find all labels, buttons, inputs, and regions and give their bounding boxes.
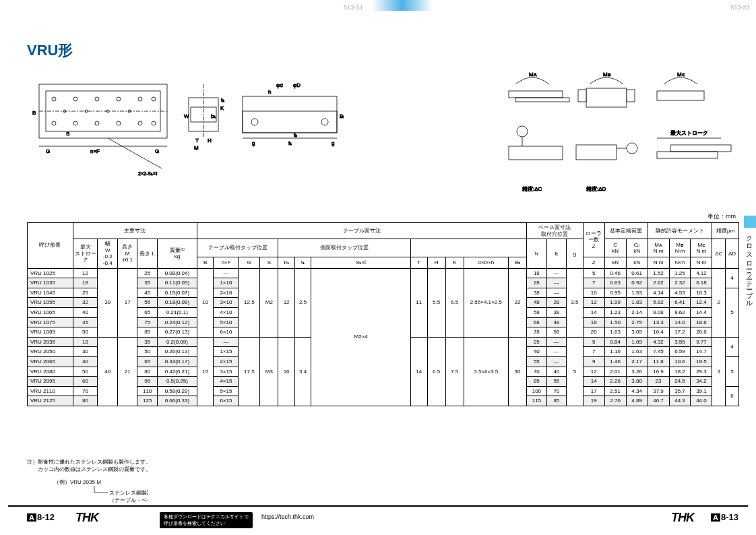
svg-rect-61	[509, 146, 563, 160]
svg-point-11	[95, 121, 99, 125]
svg-point-9	[52, 121, 56, 125]
svg-text:S: S	[66, 131, 69, 137]
svg-text:ステンレス鋼製記号: ステンレス鋼製記号	[109, 490, 148, 496]
logo-left: THK	[75, 511, 98, 525]
svg-text:K: K	[220, 105, 224, 111]
footer: A8-12 THK 各種ダウンロードはテクニカルサイトで 呼び形番を検索してくだ…	[8, 505, 748, 527]
footer-url: https://tech.thk.com	[261, 513, 314, 520]
download-info: 各種ダウンロードはテクニカルサイトで 呼び形番を検索してください	[160, 512, 253, 528]
svg-text:T: T	[195, 137, 199, 144]
svg-text:n×F: n×F	[90, 148, 100, 154]
technical-drawing-right: Mᴀ Mʙ Mᴄ 精度:ΔC 精度:ΔD 最大ストローク	[505, 71, 734, 206]
svg-text:g: g	[252, 140, 255, 146]
svg-rect-70	[670, 145, 731, 152]
side-tab: クロスローラーテーブル	[744, 216, 756, 303]
svg-text:M: M	[194, 145, 199, 151]
svg-point-13	[138, 121, 142, 125]
example-box: （例）VRU 2035 M ステンレス鋼製記号 （テーブル・ベースはアルミ）	[54, 478, 148, 509]
svg-point-5	[95, 97, 99, 101]
svg-text:B: B	[32, 110, 36, 116]
svg-rect-69	[657, 152, 718, 158]
svg-text:W: W	[184, 113, 189, 119]
svg-point-8	[152, 97, 156, 101]
svg-rect-56	[627, 90, 635, 102]
svg-point-6	[117, 97, 121, 101]
svg-text:H: H	[208, 137, 212, 144]
notes: 注）耐食性に優れたステンレス鋼製も製作します。 カッコ内の数値はステンレス鋼製の…	[27, 458, 151, 473]
svg-text:精度:ΔC: 精度:ΔC	[522, 186, 542, 192]
svg-text:b₁: b₁	[211, 113, 216, 119]
svg-rect-1	[46, 91, 160, 131]
svg-text:最大ストローク: 最大ストローク	[670, 130, 708, 136]
page-title: VRU形	[27, 40, 73, 61]
svg-point-59	[517, 126, 528, 137]
svg-text:（テーブル・ベースはアルミ）: （テーブル・ベースはアルミ）	[109, 497, 148, 503]
svg-rect-54	[586, 88, 627, 107]
svg-text:Mʙ: Mʙ	[603, 71, 611, 77]
svg-point-40	[321, 119, 328, 125]
svg-point-7	[138, 97, 142, 101]
svg-text:f₂: f₂	[294, 132, 297, 138]
svg-rect-55	[578, 90, 586, 102]
svg-point-63	[627, 143, 637, 154]
logo-right: THK	[671, 511, 694, 525]
svg-text:2×2-S₁×ℓ: 2×2-S₁×ℓ	[138, 171, 158, 176]
header-gradient	[372, 0, 433, 11]
side-tab-label: クロスローラーテーブル	[744, 230, 753, 305]
header-code-right: 513-2J	[730, 4, 749, 11]
page-number-right: A8-13	[711, 512, 738, 522]
header-code-left: 513-2J	[344, 4, 363, 11]
svg-rect-38	[243, 111, 337, 133]
svg-text:G: G	[46, 148, 50, 154]
svg-point-12	[117, 121, 121, 125]
svg-rect-51	[509, 91, 563, 98]
svg-rect-37	[243, 96, 337, 133]
svg-rect-52	[515, 98, 569, 102]
svg-text:Mᴄ: Mᴄ	[677, 71, 685, 77]
svg-text:φd: φd	[276, 82, 283, 88]
svg-text:f₁: f₁	[288, 140, 292, 146]
svg-text:φD: φD	[293, 82, 301, 88]
svg-point-3	[52, 97, 56, 101]
unit-label: 単位：mm	[707, 212, 736, 221]
svg-point-4	[73, 97, 77, 101]
svg-text:精度:ΔD: 精度:ΔD	[586, 186, 606, 192]
svg-text:B₂: B₂	[340, 113, 344, 119]
svg-point-14	[152, 121, 156, 125]
svg-rect-58	[657, 91, 704, 100]
svg-text:G: G	[155, 148, 159, 154]
svg-point-39	[251, 119, 258, 125]
side-tab-marker	[744, 216, 756, 228]
svg-rect-65	[576, 145, 617, 160]
svg-text:g: g	[332, 140, 334, 146]
spec-table: 呼び形番 主要寸法 テーブル面寸法 ベース面寸法 取付穴位置 ローラー数 Z 基…	[27, 222, 739, 406]
technical-drawing-left: B n×F G G S 2×2-S₁×ℓ W b₁ K T H M t₁ g f…	[27, 71, 344, 192]
svg-text:Mᴀ: Mᴀ	[529, 71, 537, 77]
svg-point-10	[73, 121, 77, 125]
svg-text:t₁: t₁	[221, 97, 224, 103]
svg-line-25	[108, 138, 162, 168]
svg-text:h: h	[268, 89, 271, 95]
page-number-left: A8-12	[27, 512, 55, 522]
